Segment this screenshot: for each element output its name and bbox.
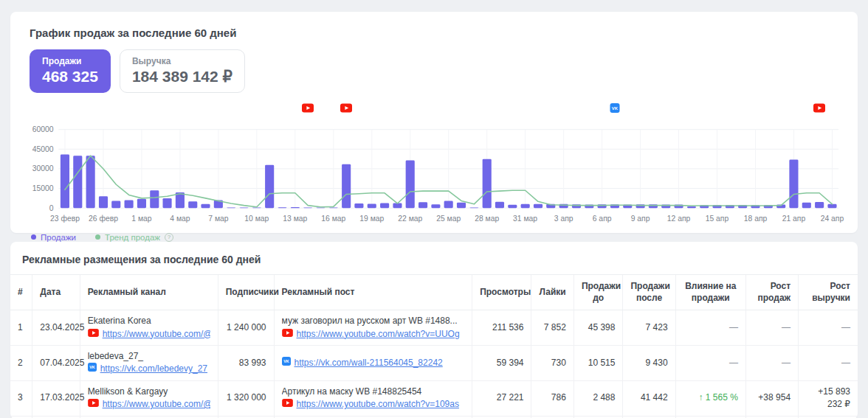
vk-icon: VK bbox=[282, 357, 291, 369]
youtube-marker-icon[interactable] bbox=[340, 103, 352, 113]
svg-text:45000: 45000 bbox=[32, 145, 54, 153]
sales-chart-panel: График продаж за последние 60 дней Прода… bbox=[10, 12, 858, 233]
svg-text:4 мар: 4 мар bbox=[170, 215, 190, 223]
post-title: Артикул на маску WB #148825454 bbox=[282, 386, 465, 398]
channel-name: Ekaterina Korea bbox=[88, 315, 210, 327]
svg-text:0: 0 bbox=[49, 204, 54, 212]
post-link[interactable]: https://www.youtube.com/watch?v=UUOg bbox=[297, 328, 460, 341]
likes-cell: 7 852 bbox=[531, 310, 574, 346]
legend-item-sales[interactable]: Продажи bbox=[31, 233, 76, 242]
likes-cell: 786 bbox=[531, 380, 574, 416]
row-num: 1 bbox=[10, 310, 32, 346]
row-date: 07.04.2025 bbox=[32, 345, 80, 380]
chart-legend: Продажи Тренд продаж ? bbox=[31, 233, 846, 242]
svg-text:7 мар: 7 мар bbox=[208, 215, 228, 223]
views-cell: 59 394 bbox=[472, 345, 531, 380]
sales-toggle-value: 468 325 bbox=[42, 68, 98, 86]
youtube-marker-icon[interactable] bbox=[813, 103, 825, 113]
post-link[interactable]: https://vk.com/wall-211564045_82242 bbox=[294, 357, 443, 369]
youtube-icon bbox=[282, 398, 293, 411]
col-sales-after: Продажи после bbox=[623, 275, 675, 310]
views-cell: 211 536 bbox=[472, 310, 531, 346]
impact-cell: — bbox=[675, 310, 745, 346]
revenue-growth-cell: — bbox=[799, 310, 858, 346]
col-sales-before: Продажи до bbox=[574, 275, 623, 310]
table-header-row: # Дата Рекламный канал Подписчики Реклам… bbox=[10, 275, 858, 310]
col-subscribers: Подписчики bbox=[218, 275, 274, 310]
trend-dot-icon bbox=[95, 234, 100, 240]
svg-text:25 мар: 25 мар bbox=[436, 215, 461, 223]
channel-link[interactable]: https://www.youtube.com/@ekaterinakore bbox=[103, 328, 210, 341]
svg-text:30000: 30000 bbox=[32, 164, 54, 173]
svg-text:VK: VK bbox=[283, 359, 289, 363]
post-link[interactable]: https://www.youtube.com/watch?v=109as bbox=[297, 398, 459, 411]
sales-after-cell: 41 442 bbox=[623, 380, 675, 416]
svg-text:26 февр: 26 февр bbox=[89, 215, 118, 223]
sales-growth-cell: — bbox=[745, 345, 798, 380]
revenue-growth-cell: +15 893 232 ₽ bbox=[799, 380, 858, 416]
table-row: 3 17.03.2025 Mellikson & Kargayy https:/… bbox=[10, 380, 858, 416]
svg-text:16 мар: 16 мар bbox=[321, 215, 345, 223]
svg-text:3 апр: 3 апр bbox=[554, 215, 574, 223]
channel-link[interactable]: https://vk.com/lebedevy_27 bbox=[100, 363, 207, 375]
youtube-icon bbox=[282, 328, 293, 341]
row-num: 3 bbox=[10, 380, 32, 416]
col-revenue-growth: Рост выручки bbox=[799, 275, 858, 310]
row-date: 17.03.2025 bbox=[32, 380, 80, 416]
svg-text:23 февр: 23 февр bbox=[50, 215, 80, 223]
sales-before-cell: 45 398 bbox=[574, 310, 623, 346]
subscribers-cell: 1 320 000 bbox=[218, 380, 274, 416]
youtube-marker-icon[interactable] bbox=[302, 103, 314, 113]
sales-before-cell: 10 515 bbox=[574, 345, 623, 380]
svg-text:18 апр: 18 апр bbox=[744, 215, 768, 223]
sales-after-cell: 9 430 bbox=[623, 345, 675, 380]
svg-text:22 мар: 22 мар bbox=[398, 215, 422, 223]
svg-text:24 апр: 24 апр bbox=[821, 215, 844, 223]
sales-growth-cell: — bbox=[745, 310, 798, 346]
table-row: 1 23.04.2025 Ekaterina Korea https://www… bbox=[10, 310, 858, 346]
row-date: 23.04.2025 bbox=[32, 310, 80, 346]
svg-text:31 мар: 31 мар bbox=[513, 215, 537, 223]
chart-canvas[interactable]: 01500030000450006000023 февр26 февр1 мар… bbox=[22, 115, 846, 226]
sales-bar-chart[interactable]: 01500030000450006000023 февр26 февр1 мар… bbox=[22, 103, 846, 226]
sales-after-cell: 7 423 bbox=[623, 310, 675, 346]
legend-item-trend[interactable]: Тренд продаж ? bbox=[95, 233, 173, 242]
sales-toggle-button[interactable]: Продажи 468 325 bbox=[30, 49, 111, 93]
channel-link[interactable]: https://www.youtube.com/@mellikson_ka bbox=[103, 398, 210, 411]
revenue-toggle-button[interactable]: Выручка 184 389 142 ₽ bbox=[120, 49, 245, 93]
post-title: муж заговорил на русском арт WB #1488... bbox=[282, 315, 465, 327]
subscribers-cell: 1 240 000 bbox=[218, 310, 274, 346]
sales-dot-icon bbox=[31, 234, 36, 240]
svg-text:21 апр: 21 апр bbox=[782, 215, 806, 223]
likes-cell: 730 bbox=[531, 345, 574, 380]
help-icon[interactable]: ? bbox=[165, 233, 173, 242]
svg-text:13 мар: 13 мар bbox=[283, 215, 307, 223]
views-cell: 27 221 bbox=[472, 380, 531, 416]
col-num: # bbox=[10, 275, 32, 310]
subscribers-cell: 83 993 bbox=[218, 345, 274, 380]
svg-text:1 мар: 1 мар bbox=[131, 215, 151, 223]
vk-marker-icon[interactable]: VK bbox=[609, 103, 621, 113]
svg-text:VK: VK bbox=[89, 366, 95, 370]
table-title: Рекламные размещения за последние 60 дне… bbox=[10, 251, 858, 274]
svg-text:10 мар: 10 мар bbox=[244, 215, 269, 223]
svg-text:19 мар: 19 мар bbox=[359, 215, 384, 223]
col-views: Просмотры bbox=[472, 275, 531, 310]
svg-text:60000: 60000 bbox=[32, 125, 54, 133]
placements-table: # Дата Рекламный канал Подписчики Реклам… bbox=[10, 274, 858, 418]
channel-name: Mellikson & Kargayy bbox=[88, 386, 210, 398]
revenue-toggle-value: 184 389 142 ₽ bbox=[132, 68, 232, 86]
sales-before-cell: 2 488 bbox=[574, 380, 623, 416]
channel-name: lebedeva_27_ bbox=[88, 350, 210, 363]
youtube-icon bbox=[88, 398, 99, 411]
legend-sales-label: Продажи bbox=[41, 233, 76, 242]
svg-text:28 мар: 28 мар bbox=[475, 215, 499, 223]
col-channel: Рекламный канал bbox=[80, 275, 218, 310]
revenue-toggle-label: Выручка bbox=[132, 56, 232, 66]
placements-table-panel: Рекламные размещения за последние 60 дне… bbox=[10, 242, 858, 418]
svg-text:12 апр: 12 апр bbox=[667, 215, 691, 223]
col-sales-growth: Рост продаж bbox=[745, 275, 798, 310]
svg-text:15 апр: 15 апр bbox=[706, 215, 729, 223]
svg-text:15000: 15000 bbox=[32, 184, 54, 192]
svg-text:VK: VK bbox=[612, 106, 619, 111]
